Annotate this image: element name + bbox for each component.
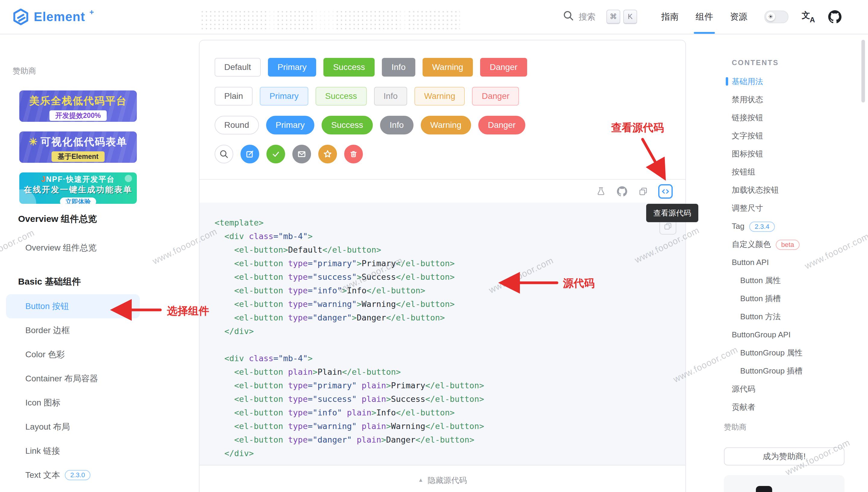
toc-item-8[interactable]: Tag2.3.4 bbox=[732, 217, 862, 235]
info-button[interactable]: Info bbox=[382, 58, 415, 77]
info-button[interactable]: Info bbox=[380, 116, 413, 134]
sidebar-item-color[interactable]: Color 色彩 bbox=[6, 342, 140, 367]
check-circle-button[interactable] bbox=[266, 145, 285, 164]
toc-item-5[interactable]: 按钮组 bbox=[732, 163, 862, 181]
nav-item-0[interactable]: 指南 bbox=[661, 0, 679, 34]
toc-item-9[interactable]: 自定义颜色beta bbox=[732, 235, 862, 253]
search-icon bbox=[220, 150, 228, 158]
search-circle-button[interactable] bbox=[214, 145, 233, 164]
sidebar-item-button[interactable]: Button 按钮 bbox=[6, 294, 140, 318]
toc-item-13[interactable]: Button 方法 bbox=[732, 308, 862, 326]
hide-source-bar[interactable]: ▲ 隐藏源代码 bbox=[200, 465, 685, 492]
toc-item-10[interactable]: Button API bbox=[732, 253, 862, 271]
sponsor-banner-2[interactable]: JNPF·快速开发平台在线开发一键生成功能表单立即体验 bbox=[19, 172, 137, 204]
toc-item-label: 链接按钮 bbox=[732, 113, 763, 122]
nav-item-1[interactable]: 组件 bbox=[696, 0, 713, 34]
button-row-solid: DefaultPrimarySuccessInfoWarningDanger bbox=[214, 58, 673, 77]
github-icon[interactable] bbox=[828, 10, 841, 24]
info-button[interactable]: Info bbox=[374, 87, 407, 105]
toc-item-4[interactable]: 图标按钮 bbox=[732, 145, 862, 163]
toc-item-17[interactable]: 源代码 bbox=[732, 380, 862, 398]
toc-item-2[interactable]: 链接按钮 bbox=[732, 108, 862, 127]
danger-button[interactable]: Danger bbox=[472, 87, 519, 105]
message-circle-button[interactable] bbox=[292, 145, 311, 164]
toc-item-label: Button 方法 bbox=[740, 312, 781, 321]
button-demo: DefaultPrimarySuccessInfoWarningDangerPl… bbox=[214, 58, 673, 174]
sponsor-banner-0[interactable]: 美乐全栈低代码平台开发提效200% bbox=[19, 91, 137, 122]
page-scrollbar[interactable] bbox=[861, 40, 865, 102]
star-circle-button[interactable] bbox=[318, 145, 337, 164]
delete-circle-button[interactable] bbox=[344, 145, 363, 164]
language-icon[interactable]: 文A bbox=[802, 10, 815, 24]
sparkle-icon: ✳ bbox=[29, 136, 38, 147]
sidebar-item-layout[interactable]: Layout 布局 bbox=[6, 415, 140, 439]
code-line: <el-button type="success">Success</el-bu… bbox=[214, 270, 685, 284]
view-source-tooltip: 查看源代码 bbox=[646, 204, 698, 222]
header-dot-pattern bbox=[407, 10, 460, 31]
code-line bbox=[214, 338, 685, 351]
primary-button[interactable]: Primary bbox=[268, 58, 316, 77]
sidebar-item-label: Color 色彩 bbox=[25, 349, 65, 360]
toc-item-6[interactable]: 加载状态按钮 bbox=[732, 181, 862, 199]
toc-item-18[interactable]: 贡献者 bbox=[732, 398, 862, 416]
toc-item-16[interactable]: ButtonGroup 插槽 bbox=[732, 362, 862, 380]
sidebar-item-text[interactable]: Text 文本2.3.0 bbox=[6, 463, 140, 487]
search-shortcut: ⌘ K bbox=[606, 10, 637, 24]
warning-button[interactable]: Warning bbox=[414, 87, 465, 105]
toc-item-3[interactable]: 文字按钮 bbox=[732, 127, 862, 145]
danger-button[interactable]: Danger bbox=[480, 58, 527, 77]
element-plus-logo[interactable]: Element + bbox=[12, 8, 94, 28]
search-input[interactable]: 搜索 ⌘ K bbox=[563, 10, 637, 24]
code-line: <el-button type="warning" plain>Warning<… bbox=[214, 419, 685, 433]
sidebar-item-container[interactable]: Container 布局容器 bbox=[6, 367, 140, 391]
brand-plus: + bbox=[89, 8, 94, 16]
sidebar-item-border[interactable]: Border 边框 bbox=[6, 318, 140, 342]
danger-button[interactable]: Danger bbox=[478, 116, 525, 134]
sponsor-card[interactable] bbox=[724, 475, 844, 492]
sidebar-section-heading: Basic 基础组件 bbox=[18, 275, 81, 288]
success-button[interactable]: Success bbox=[322, 116, 373, 134]
sponsor-banner-1[interactable]: ✳可视化低代码表单基于Element bbox=[19, 131, 137, 163]
header-right: 搜索 ⌘ K 指南组件资源 ☀ 文A bbox=[563, 0, 841, 34]
demo-panel: DefaultPrimarySuccessInfoWarningDangerPl… bbox=[199, 40, 686, 492]
toc-item-1[interactable]: 禁用状态 bbox=[732, 91, 862, 108]
sidebar-item-link[interactable]: Link 链接 bbox=[6, 439, 140, 463]
primary-button[interactable]: Primary bbox=[260, 87, 308, 105]
code-line: <el-button type="danger" plain>Danger</e… bbox=[214, 433, 685, 446]
annotation-view-source: 查看源代码 bbox=[611, 121, 664, 135]
toc-item-12[interactable]: Button 插槽 bbox=[732, 289, 862, 308]
theme-toggle[interactable]: ☀ bbox=[764, 10, 788, 23]
sidebar-item-overview[interactable]: Overview 组件总览 bbox=[6, 236, 140, 260]
plain-button[interactable]: Plain bbox=[214, 87, 253, 105]
toc-item-7[interactable]: 调整尺寸 bbox=[732, 199, 862, 217]
banner-title: JNPF·快速开发平台 bbox=[19, 174, 137, 184]
success-button[interactable]: Success bbox=[315, 87, 367, 105]
toc-badge: beta bbox=[776, 240, 799, 250]
sponsor-label: 赞助商 bbox=[12, 66, 36, 76]
round-button[interactable]: Round bbox=[214, 116, 259, 134]
code-line: <template> bbox=[214, 216, 685, 229]
flask-icon[interactable] bbox=[595, 186, 607, 197]
sidebar-item-icon[interactable]: Icon 图标 bbox=[6, 391, 140, 415]
code-icon[interactable] bbox=[658, 184, 673, 199]
toc-item-15[interactable]: ButtonGroup 属性 bbox=[732, 344, 862, 362]
edit-circle-button[interactable] bbox=[240, 145, 259, 164]
warning-button[interactable]: Warning bbox=[421, 116, 471, 134]
github-icon[interactable] bbox=[616, 186, 628, 197]
toc-item-11[interactable]: Button 属性 bbox=[732, 271, 862, 289]
toc-item-label: 基础用法 bbox=[732, 77, 763, 86]
warning-button[interactable]: Warning bbox=[423, 58, 473, 77]
default-button[interactable]: Default bbox=[214, 58, 261, 77]
success-button[interactable]: Success bbox=[324, 58, 375, 77]
edit-icon bbox=[246, 150, 254, 158]
copy-icon[interactable] bbox=[637, 186, 649, 197]
sidebar-item-label: Border 边框 bbox=[25, 325, 70, 336]
banner-cta: 立即体验 bbox=[60, 197, 96, 204]
toc-item-14[interactable]: ButtonGroup API bbox=[732, 326, 862, 344]
become-sponsor-button[interactable]: 成为赞助商! bbox=[724, 447, 844, 465]
toc-sponsor-label: 赞助商 bbox=[724, 422, 746, 432]
banner-title: ✳可视化低代码表单 bbox=[19, 135, 137, 149]
primary-button[interactable]: Primary bbox=[266, 116, 314, 134]
nav-item-2[interactable]: 资源 bbox=[730, 0, 747, 34]
toc-item-0[interactable]: 基础用法 bbox=[732, 72, 862, 91]
